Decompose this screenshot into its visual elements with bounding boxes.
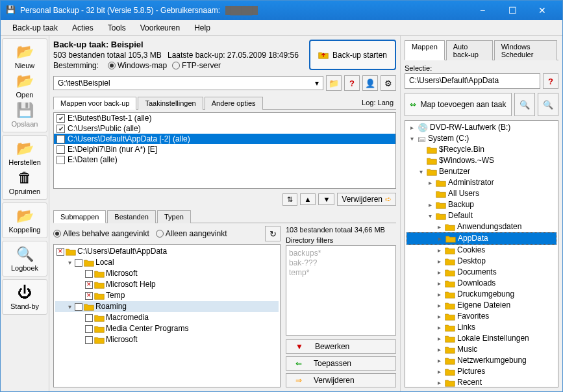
expander-icon[interactable]: ▸ (435, 344, 443, 355)
browser-node[interactable]: ▸Documents (407, 267, 557, 278)
directory-row[interactable]: C:\Users\Public (alle) (54, 123, 395, 134)
expander-icon[interactable]: ▸ (435, 221, 443, 232)
browser-node[interactable]: ▸Netzwerkumgebung (407, 355, 557, 366)
expander-icon[interactable]: ▸ (435, 377, 443, 387)
start-backup-button[interactable]: Back-up starten (309, 40, 396, 70)
move-up-button[interactable]: ▲ (300, 193, 316, 205)
browser-node[interactable]: $Windows.~WS (407, 155, 557, 166)
maximize-button[interactable]: ☐ (497, 1, 527, 20)
browser-node[interactable]: ▸Desktop (407, 256, 557, 267)
checkbox[interactable] (56, 145, 65, 154)
expander-icon[interactable]: ▸ (435, 256, 443, 267)
minimize-button[interactable]: − (468, 1, 497, 20)
sidebar-herstellen[interactable]: 📂Herstellen (4, 138, 45, 167)
browser-node[interactable]: ▸Eigene Dateien (407, 300, 557, 311)
menu-back-up-taak[interactable]: Back-up taak (6, 22, 64, 34)
checkbox[interactable] (75, 303, 82, 311)
directory-row[interactable]: E:\Daten (alle) (54, 154, 395, 165)
tree-node[interactable]: Macromedia (55, 312, 279, 323)
right-tab-windows-scheduler[interactable]: Windows Scheduler (494, 40, 557, 60)
preview-button[interactable]: 🔍 (514, 93, 535, 116)
expander-icon[interactable]: ▸ (435, 333, 443, 344)
browser-node[interactable]: ▸AppData (407, 232, 557, 245)
backup-directories-list[interactable]: E:\Butest\BuTest-1 (alle)C:\Users\Public… (53, 112, 396, 189)
tree-node[interactable]: Microsoft (55, 268, 279, 279)
sort-button[interactable]: ⇅ (282, 193, 297, 206)
radio-windows-map[interactable]: Windows-map (108, 61, 167, 70)
tree-node[interactable]: Media Center Programs (55, 323, 279, 334)
explore-button[interactable]: 🔍 (538, 93, 558, 116)
directory-row[interactable]: C:\Users\Default\AppData [-2] (alle) (54, 134, 395, 144)
tab-taakinstellingen[interactable]: Taakinstellingen (138, 97, 203, 110)
browser-node[interactable]: ▸Links (407, 322, 557, 333)
sidebar-nieuw[interactable]: 📂Nieuw (4, 42, 45, 71)
browser-node[interactable]: ▾Default (407, 210, 557, 221)
expander-icon[interactable]: ▸ (435, 366, 443, 377)
expander-icon[interactable]: ▸ (435, 355, 443, 366)
browser-node[interactable]: ▸Downloads (407, 278, 557, 289)
expander-icon[interactable]: ▸ (435, 245, 443, 256)
directory-row[interactable]: E:\Delphi7\Bin (nur A*) [E] (54, 144, 395, 154)
expander-icon[interactable] (417, 144, 425, 155)
checkbox[interactable] (56, 156, 65, 164)
sidebar-logboek[interactable]: 🔍Logboek (4, 244, 45, 273)
directory-filters-box[interactable]: backups*bak-???temp* (286, 245, 396, 336)
subtab-bestanden[interactable]: Bestanden (107, 210, 156, 223)
menu-acties[interactable]: Acties (66, 22, 100, 34)
tab-mappen-voor-back-up[interactable]: Mappen voor back-up (53, 97, 136, 110)
user-button[interactable]: 👤 (362, 75, 378, 91)
checkbox[interactable] (85, 314, 93, 322)
add-folder-to-task-button[interactable]: ⇔ Map toevoegen aan taak (405, 93, 512, 116)
destination-path-input[interactable]: G:\test\Beispiel ▾ (53, 76, 323, 90)
checkbox[interactable] (56, 114, 65, 123)
tree-node[interactable]: Microsoft Help (55, 279, 279, 290)
expander-icon[interactable]: ▾ (66, 257, 73, 268)
filter-edit-button[interactable]: ▼Bewerken (286, 339, 396, 354)
selection-help-button[interactable]: ? (543, 73, 558, 89)
sidebar-opruimen[interactable]: 🗑Opruimen (4, 167, 45, 197)
browser-node[interactable]: All Users (407, 188, 557, 199)
selection-path-input[interactable]: C:\Users\Default\AppData (405, 73, 540, 89)
browser-node[interactable]: ▸💿DVD-RW-Laufwerk (B:) (407, 122, 557, 133)
expander-icon[interactable]: ▸ (426, 177, 434, 188)
checkbox[interactable] (85, 270, 93, 278)
menu-tools[interactable]: Tools (101, 22, 132, 34)
expander-icon[interactable] (417, 155, 425, 166)
help-button[interactable]: ? (344, 75, 360, 91)
expander-icon[interactable]: ▾ (66, 301, 73, 312)
expander-icon[interactable]: ▸ (435, 300, 443, 311)
radio-all-except-checked[interactable]: Alles behalve aangevinkt (53, 229, 149, 238)
filter-remove-button[interactable]: ⇒Verwijderen (286, 373, 396, 387)
checkbox[interactable] (85, 336, 93, 344)
folder-browser-tree[interactable]: ▸💿DVD-RW-Laufwerk (B:)▾🖴System (C:) $Rec… (405, 120, 558, 387)
browser-node[interactable]: ▸Anwendungsdaten (407, 221, 557, 232)
settings-button[interactable]: ⚙ (381, 75, 396, 91)
browser-node[interactable]: ▸Lokale Einstellungen (407, 333, 557, 344)
menu-help[interactable]: Help (188, 22, 217, 34)
sidebar-koppeling[interactable]: 📂Koppeling (4, 206, 45, 235)
sidebar-open[interactable]: 📂Open (4, 71, 45, 100)
radio-only-checked[interactable]: Alleen aangevinkt (156, 229, 227, 238)
tree-node[interactable]: Microsoft (55, 334, 279, 345)
browse-button[interactable]: 📁 (326, 75, 342, 91)
browser-node[interactable]: $Recycle.Bin (407, 144, 557, 155)
checkbox[interactable] (85, 281, 93, 289)
expander-icon[interactable]: ▸ (426, 199, 434, 210)
tree-node[interactable]: Temp (55, 290, 279, 301)
tree-node[interactable]: ▾Local (55, 257, 279, 268)
browser-node[interactable]: ▸Pictures (407, 366, 557, 377)
right-tab-auto-back-up[interactable]: Auto back-up (446, 40, 493, 60)
expander-icon[interactable]: ▸ (435, 267, 443, 278)
sidebar-stand-by[interactable]: ⏻Stand-by (4, 282, 45, 312)
expander-icon[interactable] (426, 188, 434, 199)
remove-directory-button[interactable]: Verwijderen ➪ (337, 193, 396, 206)
expander-icon[interactable]: ▸ (408, 122, 416, 133)
browser-node[interactable]: ▸Music (407, 344, 557, 355)
tree-root[interactable]: C:\Users\Default\AppData (55, 246, 279, 257)
checkbox[interactable] (75, 259, 82, 267)
checkbox[interactable] (56, 135, 65, 143)
subtab-typen[interactable]: Typen (157, 210, 191, 223)
expander-icon[interactable]: ▸ (435, 311, 443, 322)
expander-icon[interactable]: ▸ (435, 278, 443, 289)
radio-ftp-server[interactable]: FTP-server (172, 61, 221, 70)
